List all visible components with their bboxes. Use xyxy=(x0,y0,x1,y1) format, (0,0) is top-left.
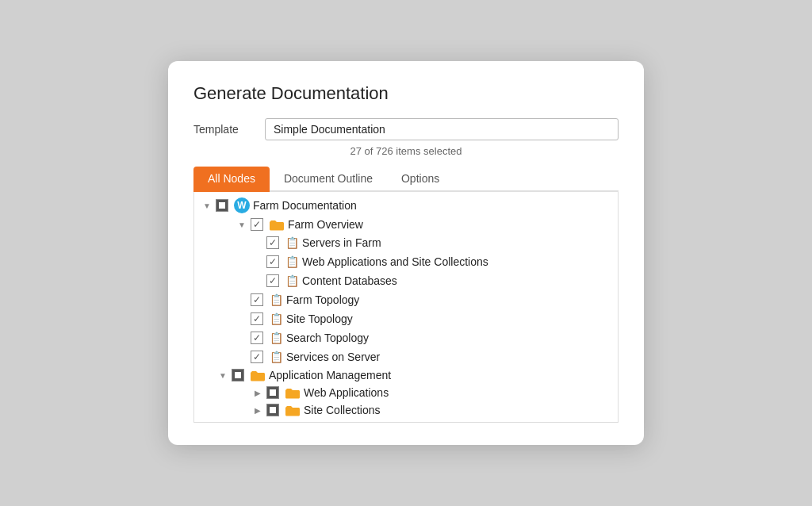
label-services-on-server: Services on Server xyxy=(286,351,380,363)
tree-node-web-apps-site: 📋 Web Applications and Site Collections xyxy=(194,252,618,271)
w-badge-farm-doc: W xyxy=(234,197,250,213)
label-content-databases: Content Databases xyxy=(302,274,397,287)
checkbox-farm-overview[interactable] xyxy=(251,218,263,231)
expand-site-collections[interactable] xyxy=(251,404,264,416)
checkbox-servers-in-farm[interactable] xyxy=(266,236,279,249)
checkbox-site-collections[interactable] xyxy=(266,404,279,416)
checkbox-content-databases[interactable] xyxy=(266,274,279,287)
tree-container: W Farm Documentation Farm Overview 📋 Ser… xyxy=(193,192,619,423)
label-web-apps-site: Web Applications and Site Collections xyxy=(302,255,488,268)
tab-all-nodes[interactable]: All Nodes xyxy=(193,167,270,192)
expand-web-applications[interactable] xyxy=(251,386,264,399)
label-site-topology: Site Topology xyxy=(286,312,353,325)
tree-node-servers-in-farm: 📋 Servers in Farm xyxy=(194,233,618,252)
tree-node-content-databases: 📋 Content Databases xyxy=(194,271,618,290)
checkbox-search-topology[interactable] xyxy=(251,332,263,344)
tab-options[interactable]: Options xyxy=(387,167,454,192)
folder-icon-farm-overview xyxy=(269,218,285,231)
doc-icon-content-databases: 📋 xyxy=(285,274,299,288)
tree-node-app-management: Application Management xyxy=(194,366,618,384)
checkbox-farm-topology[interactable] xyxy=(251,293,263,306)
label-site-collections: Site Collections xyxy=(304,404,381,416)
label-farm-topology: Farm Topology xyxy=(286,293,359,306)
tree-node-site-collections: Site Collections xyxy=(194,401,618,419)
folder-icon-site-collections xyxy=(285,404,301,416)
tree-node-site-topology: 📋 Site Topology xyxy=(194,309,618,328)
template-row: Template xyxy=(193,118,619,140)
doc-icon-services-on-server: 📋 xyxy=(269,350,283,364)
checkbox-web-applications[interactable] xyxy=(266,386,279,399)
dialog-title: Generate Documentation xyxy=(193,83,619,104)
doc-icon-farm-topology: 📋 xyxy=(269,293,283,307)
checkbox-web-apps-site[interactable] xyxy=(266,255,279,268)
doc-icon-site-topology: 📋 xyxy=(269,312,283,326)
folder-icon-app-management xyxy=(250,369,266,381)
template-label: Template xyxy=(193,123,265,136)
checkbox-services-on-server[interactable] xyxy=(251,351,263,363)
expand-farm-overview[interactable] xyxy=(236,218,248,231)
tree-node-search-topology: 📋 Search Topology xyxy=(194,328,618,347)
tree-node-farm-topology: 📋 Farm Topology xyxy=(194,290,618,309)
tree-node-farm-overview: Farm Overview xyxy=(194,216,618,233)
expand-farm-doc[interactable] xyxy=(201,199,213,212)
items-selected-count: 27 of 726 items selected xyxy=(193,145,619,157)
label-search-topology: Search Topology xyxy=(286,332,369,344)
tree-node-web-applications: Web Applications xyxy=(194,384,618,401)
doc-icon-web-apps-site: 📋 xyxy=(285,255,299,269)
generate-documentation-dialog: Generate Documentation Template 27 of 72… xyxy=(168,61,644,445)
label-web-applications: Web Applications xyxy=(304,386,389,399)
checkbox-site-topology[interactable] xyxy=(251,312,263,325)
tab-document-outline[interactable]: Document Outline xyxy=(270,167,387,192)
label-app-management: Application Management xyxy=(269,369,391,381)
doc-icon-servers-in-farm: 📋 xyxy=(285,236,299,250)
label-servers-in-farm: Servers in Farm xyxy=(302,236,381,249)
folder-icon-web-applications xyxy=(285,386,301,399)
template-input[interactable] xyxy=(265,118,619,140)
doc-icon-search-topology: 📋 xyxy=(269,331,283,345)
label-farm-doc: Farm Documentation xyxy=(253,199,357,212)
tab-bar: All Nodes Document Outline Options xyxy=(193,167,619,192)
checkbox-farm-doc[interactable] xyxy=(216,199,228,212)
tree-node-services-on-server: 📋 Services on Server xyxy=(194,347,618,366)
label-farm-overview: Farm Overview xyxy=(288,218,363,231)
tree-node-farm-doc: W Farm Documentation xyxy=(194,195,618,216)
checkbox-app-management[interactable] xyxy=(232,369,244,381)
expand-app-management[interactable] xyxy=(216,369,229,381)
